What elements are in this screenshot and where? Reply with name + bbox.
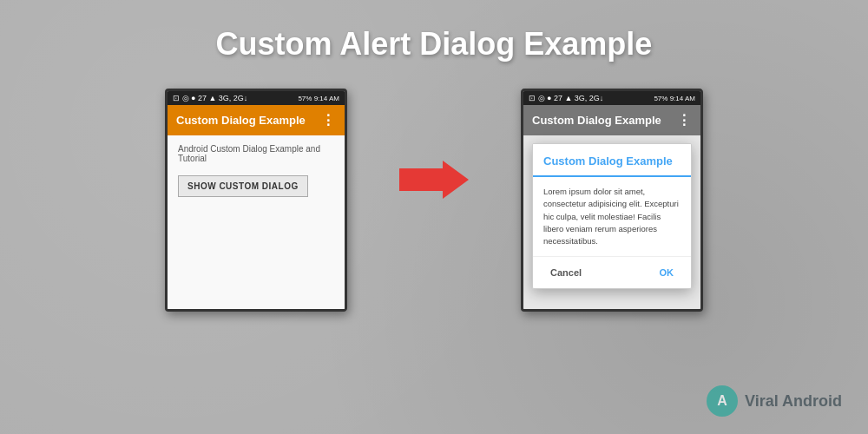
toolbar-left-menu-icon[interactable]: ⋮ — [321, 112, 336, 128]
dialog-body: Lorem ipsum dolor sit amet, consectetur … — [533, 177, 691, 256]
statusbar-right: ⊡ ◎ ● 27 ▲ 3G, 2G↓ 57% 9:14 AM — [523, 91, 700, 105]
statusbar-right-icons: ⊡ ◎ ● 27 ▲ 3G, 2G↓ — [529, 94, 603, 102]
phone-right: ⊡ ◎ ● 27 ▲ 3G, 2G↓ 57% 9:14 AM Custom Di… — [521, 89, 703, 312]
phone-left-content: Android Custom Dialog Example and Tutori… — [168, 135, 345, 309]
dialog-cancel-button[interactable]: Cancel — [543, 264, 589, 281]
watermark-icon: A — [707, 385, 738, 417]
content-area: ⊡ ◎ ● 27 ▲ 3G, 2G↓ 57% 9:14 AM Custom Di… — [0, 80, 868, 320]
arrow-container — [399, 89, 469, 201]
page-title-area: Custom Alert Dialog Example — [0, 0, 868, 80]
watermark-icon-letter: A — [717, 393, 727, 409]
arrow-icon — [399, 158, 469, 201]
dialog-title-bar: Custom Dialog Example — [533, 144, 691, 177]
statusbar-right-time: 57% 9:14 AM — [654, 95, 695, 102]
phone-left: ⊡ ◎ ● 27 ▲ 3G, 2G↓ 57% 9:14 AM Custom Di… — [165, 89, 347, 312]
svg-marker-0 — [399, 161, 469, 199]
statusbar-left-icons: ⊡ ◎ ● 27 ▲ 3G, 2G↓ — [173, 94, 247, 102]
dialog-title: Custom Dialog Example — [543, 155, 673, 168]
toolbar-left-title: Custom Dialog Example — [176, 114, 306, 127]
dialog-ok-button[interactable]: OK — [653, 264, 681, 281]
show-dialog-button[interactable]: SHOW CUSTOM DIALOG — [178, 175, 308, 197]
toolbar-right: Custom Dialog Example ⋮ — [523, 105, 700, 135]
dialog-buttons: Cancel OK — [533, 256, 691, 288]
statusbar-left-time: 57% 9:14 AM — [298, 95, 339, 102]
watermark-text: Viral Android — [745, 392, 842, 411]
dialog-text: Lorem ipsum dolor sit amet, consectetur … — [543, 186, 681, 247]
toolbar-right-menu-icon[interactable]: ⋮ — [677, 112, 692, 128]
toolbar-right-title: Custom Dialog Example — [532, 114, 661, 127]
content-subtitle-left: Android Custom Dialog Example and Tutori… — [178, 144, 334, 163]
dialog-overlay: Custom Dialog Example Lorem ipsum dolor … — [532, 143, 692, 289]
page-title: Custom Alert Dialog Example — [0, 26, 868, 62]
toolbar-left: Custom Dialog Example ⋮ — [168, 105, 345, 135]
statusbar-left: ⊡ ◎ ● 27 ▲ 3G, 2G↓ 57% 9:14 AM — [168, 91, 345, 105]
watermark: A Viral Android — [707, 385, 842, 417]
